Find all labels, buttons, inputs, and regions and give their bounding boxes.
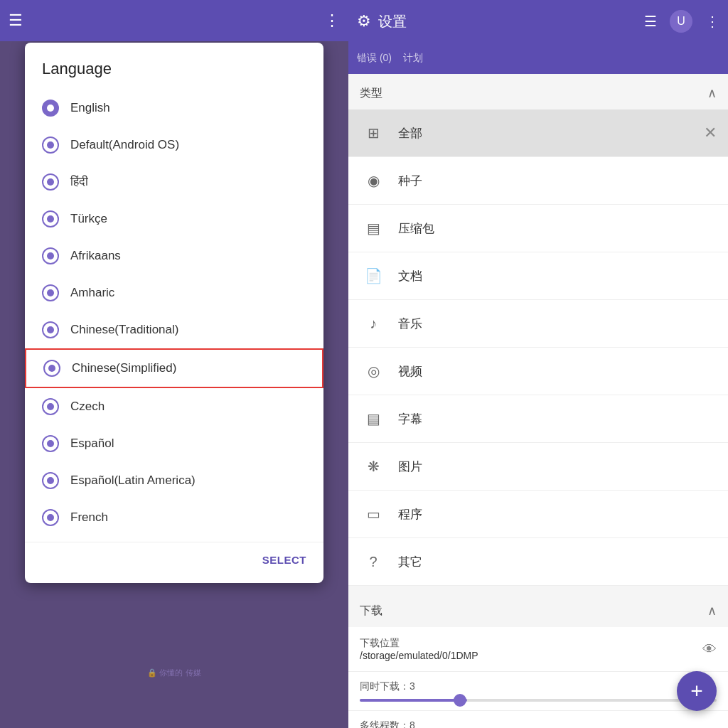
- category-label-video: 视频: [398, 363, 422, 380]
- threads-label: 多线程数：8: [360, 719, 717, 728]
- radio-czech: [42, 398, 59, 415]
- radio-french: [42, 509, 59, 526]
- language-item-default-android[interactable]: Default(Android OS): [25, 127, 323, 164]
- category-icon-subtitle: ▤: [360, 405, 387, 432]
- category-icon-video: ◎: [360, 358, 387, 385]
- language-label-french: French: [70, 510, 108, 525]
- radio-hindi: [42, 173, 59, 191]
- magnet-icon[interactable]: U: [670, 10, 692, 33]
- language-label-afrikaans: Afrikaans: [70, 249, 121, 263]
- language-list: EnglishDefault(Android OS)हिंदीTürkçeAfr…: [25, 90, 323, 536]
- category-item-subtitle[interactable]: ▤字幕: [348, 395, 728, 443]
- download-location-row: 下载位置 /storage/emulated/0/1DMP 👁: [360, 637, 717, 661]
- category-label-torrent: 种子: [398, 173, 422, 189]
- download-location-info: 下载位置 /storage/emulated/0/1DMP: [360, 637, 478, 661]
- category-item-app[interactable]: ▭程序: [348, 491, 728, 538]
- type-section-header: 类型 ∧: [348, 74, 728, 109]
- gear-icon: ⚙: [357, 12, 371, 31]
- category-icon-torrent: ◉: [360, 167, 387, 194]
- radio-amharic: [42, 284, 59, 301]
- radio-espanol-latin: [42, 472, 59, 489]
- category-item-doc[interactable]: 📄文档: [348, 252, 728, 300]
- type-chevron-icon[interactable]: ∧: [707, 85, 717, 101]
- language-item-czech[interactable]: Czech: [25, 388, 323, 425]
- language-label-chinese-simplified: Chinese(Simplified): [72, 361, 176, 375]
- category-label-all: 全部: [398, 125, 422, 141]
- category-icon-all: ⊞: [360, 119, 387, 146]
- category-icon-music: ♪: [360, 310, 387, 337]
- category-item-image[interactable]: ❋图片: [348, 443, 728, 491]
- category-item-video[interactable]: ◎视频: [348, 348, 728, 395]
- category-item-all[interactable]: ⊞全部✕: [348, 109, 728, 157]
- radio-chinese-simplified: [43, 360, 60, 377]
- language-item-hindi[interactable]: हिंदी: [25, 164, 323, 200]
- type-section-title: 类型: [360, 86, 382, 101]
- category-icon-zip: ▤: [360, 215, 387, 242]
- concurrent-slider-track[interactable]: [360, 699, 717, 702]
- language-label-espanol-latin: Español(Latin America): [70, 473, 196, 488]
- category-label-app: 程序: [398, 506, 422, 523]
- language-item-chinese-traditional[interactable]: Chinese(Traditional): [25, 311, 323, 348]
- download-location-item: 下载位置 /storage/emulated/0/1DMP 👁: [348, 627, 728, 672]
- language-item-chinese-simplified[interactable]: Chinese(Simplified): [25, 348, 323, 388]
- language-item-afrikaans[interactable]: Afrikaans: [25, 237, 323, 274]
- fab-button[interactable]: +: [677, 671, 717, 711]
- language-label-espanol: Español: [70, 437, 114, 451]
- radio-espanol: [42, 435, 59, 452]
- type-items-list: ⊞全部✕◉种子▤压缩包📄文档♪音乐◎视频▤字幕❋图片▭程序?其它: [348, 109, 728, 586]
- dialog-title: Language: [25, 60, 323, 90]
- category-icon-doc: 📄: [360, 262, 387, 289]
- concurrent-downloads-row: 同时下载：3: [348, 672, 728, 711]
- category-item-torrent[interactable]: ◉种子: [348, 157, 728, 205]
- language-label-turkish: Türkçe: [70, 212, 107, 226]
- download-location-label: 下载位置: [360, 637, 478, 650]
- radio-default-android: [42, 136, 59, 154]
- category-icon-image: ❋: [360, 453, 387, 480]
- language-label-hindi: हिंदी: [70, 175, 88, 189]
- concurrent-label: 同时下载：3: [360, 680, 717, 693]
- category-item-music[interactable]: ♪音乐: [348, 300, 728, 348]
- filter-icon[interactable]: ☰: [644, 13, 657, 30]
- more-icon[interactable]: ⋮: [705, 13, 719, 30]
- language-item-espanol-latin[interactable]: Español(Latin America): [25, 462, 323, 499]
- download-section-title: 下载: [360, 604, 382, 619]
- language-label-amharic: Amharic: [70, 286, 114, 300]
- download-section-header: 下载 ∧: [348, 592, 728, 627]
- language-item-english[interactable]: English: [25, 90, 323, 127]
- threads-row: 多线程数：8: [348, 711, 728, 728]
- category-icon-app: ▭: [360, 500, 387, 528]
- language-label-english: English: [70, 101, 110, 115]
- category-icon-other: ?: [360, 548, 387, 575]
- category-item-other[interactable]: ?其它: [348, 538, 728, 586]
- category-label-music: 音乐: [398, 316, 422, 332]
- language-label-czech: Czech: [70, 400, 105, 414]
- settings-title: 设置: [378, 12, 631, 31]
- category-close-all[interactable]: ✕: [704, 124, 717, 142]
- dialog-actions: SELECT: [25, 542, 323, 574]
- tab-error[interactable]: 错误 (0): [357, 49, 392, 68]
- dots-icon[interactable]: ⋮: [324, 11, 340, 30]
- language-label-default-android: Default(Android OS): [70, 138, 179, 152]
- language-item-french[interactable]: French: [25, 499, 323, 536]
- tab-plan[interactable]: 计划: [403, 49, 423, 68]
- radio-chinese-traditional: [42, 321, 59, 338]
- radio-afrikaans: [42, 247, 59, 264]
- language-item-amharic[interactable]: Amharic: [25, 274, 323, 311]
- download-location-path: /storage/emulated/0/1DMP: [360, 650, 478, 661]
- eye-icon[interactable]: 👁: [702, 641, 717, 658]
- radio-english: [42, 100, 59, 117]
- category-label-subtitle: 字幕: [398, 411, 422, 427]
- download-chevron-icon[interactable]: ∧: [707, 603, 717, 619]
- category-label-doc: 文档: [398, 268, 422, 284]
- concurrent-slider-thumb[interactable]: [454, 694, 466, 707]
- language-dialog: Language EnglishDefault(Android OS)हिंदी…: [25, 43, 323, 583]
- language-item-turkish[interactable]: Türkçe: [25, 200, 323, 237]
- category-label-zip: 压缩包: [398, 220, 434, 237]
- download-section: 下载 ∧ 下载位置 /storage/emulated/0/1DMP 👁 同时下…: [348, 592, 728, 728]
- language-item-espanol[interactable]: Español: [25, 425, 323, 462]
- category-label-image: 图片: [398, 459, 422, 475]
- category-item-zip[interactable]: ▤压缩包: [348, 205, 728, 252]
- select-button[interactable]: SELECT: [257, 548, 312, 572]
- menu-icon[interactable]: ☰: [9, 11, 23, 30]
- concurrent-slider-fill: [360, 699, 467, 702]
